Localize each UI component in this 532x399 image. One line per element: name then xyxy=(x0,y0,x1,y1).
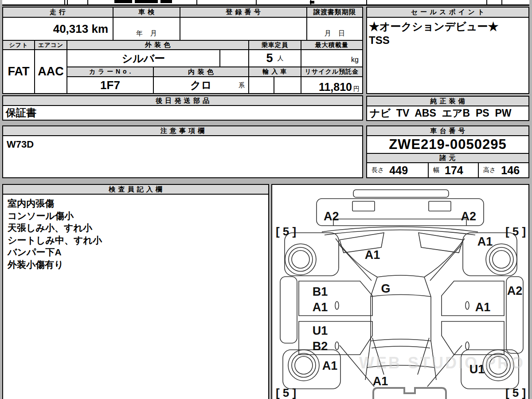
exterior-color-sub-empty xyxy=(219,49,249,67)
divider xyxy=(67,0,68,4)
spec-height-value: 146 xyxy=(501,164,520,177)
divider xyxy=(256,0,257,4)
inspector-note-line: シートしみ中、すれ小 xyxy=(8,234,264,246)
damage-label-door-front-left-bottom: A1 xyxy=(313,301,328,314)
sales-point-line: ★オークションデビュー★ xyxy=(369,20,527,33)
interior-color-text: クロ xyxy=(190,78,212,92)
sales-point-line: TSS xyxy=(369,33,527,47)
interior-color-suffix: 系 xyxy=(239,82,245,90)
divider xyxy=(486,0,487,4)
import-car-sub1-empty xyxy=(248,76,274,94)
transfer-deadline-value: 月 日 xyxy=(306,17,363,41)
corner-grade-front-right: [ 5 ] xyxy=(505,225,526,238)
spec-height-label: 高さ xyxy=(483,166,496,174)
windshield-top xyxy=(377,275,424,277)
aircon-header: エアコン xyxy=(34,40,67,50)
hood-edge-right xyxy=(424,239,465,277)
recycle-deposit-header: リサイクル預託金 xyxy=(301,66,363,77)
interior-color-header: 内 装 色 xyxy=(153,66,249,77)
spec-length-value: 449 xyxy=(389,164,408,177)
wheel-rear-left xyxy=(292,353,316,377)
shift-value: FAT xyxy=(2,49,35,94)
color-no-value: 1F7 xyxy=(66,76,154,94)
inspection-value: 年 月 xyxy=(113,17,180,41)
inspection-header: 車 検 xyxy=(113,7,180,18)
damage-label-hood: A1 xyxy=(365,248,380,262)
divider xyxy=(87,0,88,4)
transfer-deadline-header: 譲渡書類期限 xyxy=(306,7,363,18)
text-fragment xyxy=(160,0,172,3)
text-fragment xyxy=(135,0,158,3)
rear-bumper-shape xyxy=(373,388,446,399)
foglamp-left-shape xyxy=(352,201,375,211)
notes-header: 注 意 事 項 欄 xyxy=(2,125,363,136)
divider xyxy=(64,0,65,4)
exterior-color-header: 外 装 色 xyxy=(66,40,249,50)
recycle-unit: 円 xyxy=(353,85,360,93)
damage-label-door-rear-left-top: U1 xyxy=(313,324,328,337)
mileage-header: 走 行 xyxy=(2,7,113,18)
inspector-notes-body: 室内内張傷 コンソール傷小 天張しみ小、すれ小 シートしみ中、すれ小 バンパー下… xyxy=(2,194,269,399)
damage-label-front-fender-right: A1 xyxy=(477,235,493,248)
max-load-header: 最大積載量 xyxy=(301,40,363,50)
a-pillar-left xyxy=(371,277,377,297)
inspector-note-line: コンソール傷小 xyxy=(8,210,264,222)
registration-value-empty xyxy=(180,17,307,41)
wheel-front-left xyxy=(289,247,313,271)
genuine-equipment-header: 純 正 装 備 xyxy=(366,96,529,106)
aircon-value: AAC xyxy=(34,49,67,94)
inspector-note-line: 室内内張傷 xyxy=(8,197,264,210)
chassis-number-value: ZWE219-0050295 xyxy=(366,135,529,154)
damage-label-rear-hatch: A1 xyxy=(373,375,388,388)
rear-window-top xyxy=(372,346,430,348)
color-no-header: カ ラ ー N o . xyxy=(66,66,154,77)
roof-rear-edge xyxy=(371,339,431,341)
wheel-front-left xyxy=(285,244,316,275)
text-fragment xyxy=(310,1,314,4)
door-handle xyxy=(466,301,469,309)
registration-header: 登 録 番 号 xyxy=(180,7,307,18)
inspector-note-line: バンパー下A xyxy=(8,246,264,258)
a-pillar-right xyxy=(424,277,431,297)
exterior-color-value: シルバー xyxy=(66,49,220,67)
recycle-deposit-value: 11,810 円 xyxy=(301,76,363,94)
watermark-text: WEB STUDIO PRO xyxy=(359,354,525,372)
genuine-equipment-value: ナビ TV ABS エアB PS PW xyxy=(366,106,529,121)
car-diagram-svg: WEB STUDIO PRO A2 A2 A1 G A1 B1 A1 U1 B2… xyxy=(272,185,528,399)
notes-value: W73D xyxy=(2,135,363,178)
damage-label-windshield: G xyxy=(381,282,390,295)
sales-point-header: セ ー ル ス ポ イ ン ト xyxy=(366,7,529,18)
damage-label-door-rear-left-bottom: B2 xyxy=(313,340,328,353)
recycle-amount: 11,810 xyxy=(319,81,352,94)
mileage-value: 40,313 km xyxy=(2,17,113,41)
corner-grade-front-left: [ 5 ] xyxy=(276,225,296,238)
damage-label-front-bumper-left: A2 xyxy=(324,210,339,223)
damage-label-sill-right: A2 xyxy=(507,284,523,297)
door-front-left-shape xyxy=(299,281,372,316)
damage-label-door-front-right: A1 xyxy=(475,301,491,314)
spec-width: 幅 174 xyxy=(428,162,479,178)
capacity-header: 乗車定員 xyxy=(248,40,301,50)
wheel-front-right xyxy=(493,250,510,268)
import-car-header: 輸 入 車 xyxy=(248,66,301,77)
cropped-previous-row xyxy=(2,0,529,6)
door-front-right-shape xyxy=(442,281,504,316)
spec-length-label: 長さ xyxy=(372,166,384,174)
foglamp-right-shape xyxy=(429,201,451,211)
spec-width-value: 174 xyxy=(445,164,463,177)
spec-width-label: 幅 xyxy=(433,166,439,174)
cowl-arc xyxy=(325,230,475,235)
chassis-number-header: 車 台 番 号 xyxy=(366,125,529,136)
divider xyxy=(501,0,502,4)
specs-header: 諸 元 xyxy=(366,153,529,163)
divider xyxy=(196,0,197,4)
roof-strip-shape xyxy=(353,190,449,197)
auction-sheet-page: 走 行 車 検 登 録 番 号 譲渡書類期限 40,313 km 年 月 月 日… xyxy=(0,0,532,399)
capacity-number: 5 xyxy=(266,51,273,65)
max-load-value: kg xyxy=(301,49,363,67)
damage-label-front-bumper-right: A2 xyxy=(461,210,476,223)
inspector-notes-header: 検 査 員 記 入 欄 xyxy=(2,184,269,195)
capacity-unit: 人 xyxy=(278,55,284,63)
cowl-arc xyxy=(322,227,478,232)
capacity-value: 5 人 xyxy=(248,49,301,67)
